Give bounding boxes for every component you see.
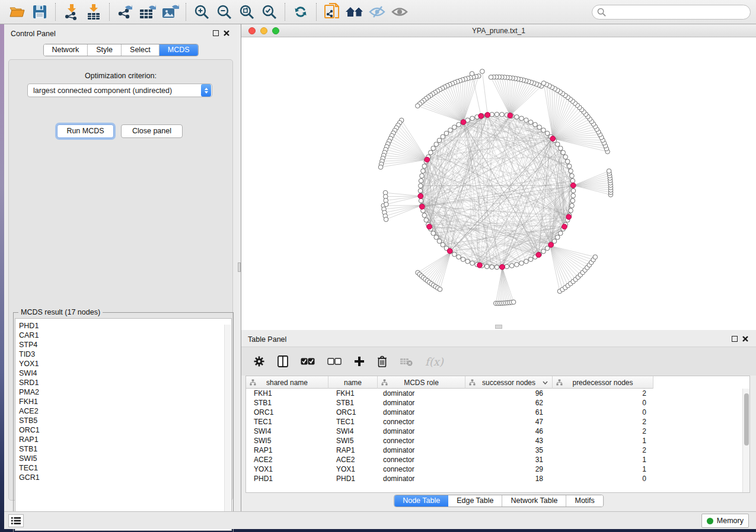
table-row[interactable]: RAP1RAP1dominator352 — [246, 446, 742, 455]
tab-network[interactable]: Network — [43, 44, 88, 56]
hide-selected-button[interactable] — [366, 2, 388, 22]
cell: SWI4 — [246, 427, 328, 436]
network-canvas[interactable] — [241, 37, 755, 330]
cell: 0 — [553, 474, 653, 483]
mcds-node-item[interactable]: STB5 — [19, 416, 231, 425]
toolbar-separator — [55, 3, 56, 21]
mcds-node-item[interactable]: TID3 — [19, 350, 231, 359]
table-row[interactable]: FKH1FKH1dominator962 — [246, 389, 742, 398]
table-panel-title: Table Panel — [248, 335, 286, 344]
open-file-button[interactable] — [6, 2, 28, 22]
tab-mcds[interactable]: MCDS — [160, 44, 198, 56]
optimization-criterion-select[interactable]: largest connected component (undirected) — [27, 84, 212, 97]
export-table-button[interactable] — [136, 2, 159, 22]
zoom-out-button[interactable] — [213, 2, 235, 22]
save-session-button[interactable] — [28, 2, 51, 22]
search-box[interactable] — [592, 5, 751, 20]
delete-column-button[interactable] — [377, 355, 387, 367]
mcds-node-item[interactable]: YOX1 — [19, 359, 231, 368]
column-header-name[interactable]: name — [328, 376, 378, 389]
mcds-node-item[interactable]: STB1 — [19, 444, 231, 454]
mcds-list-scrollbar[interactable] — [224, 325, 231, 528]
mcds-node-item[interactable]: ACE2 — [19, 406, 231, 416]
table-scrollbar[interactable] — [742, 389, 749, 492]
search-input[interactable] — [609, 8, 739, 17]
mcds-node-item[interactable]: PMA2 — [19, 387, 231, 397]
network-view[interactable] — [241, 37, 756, 330]
table-row[interactable]: PHD1PHD1dominator180 — [246, 474, 742, 483]
import-network-button[interactable] — [60, 2, 82, 22]
table-row[interactable]: ACE2ACE2connector311 — [246, 455, 742, 464]
close-panel-button[interactable]: Close panel — [121, 124, 183, 138]
mcds-node-item[interactable]: SWI5 — [19, 454, 231, 463]
mcds-result-list[interactable]: PHD1CAR1STP4TID3YOX1SWI4SRD1PMA2FKH1ACE2… — [15, 318, 232, 531]
table-row[interactable]: SWI4SWI4dominator462 — [246, 427, 742, 436]
table-panel-header: Table Panel — [241, 330, 756, 347]
table-row[interactable]: YOX1YOX1connector291 — [246, 464, 742, 474]
refresh-layout-button[interactable] — [289, 2, 312, 22]
import-table-button[interactable] — [82, 2, 105, 22]
export-image-button[interactable] — [159, 2, 181, 22]
toolbar-separator — [186, 3, 186, 21]
column-type-icon — [469, 379, 476, 386]
deselect-all-button[interactable] — [327, 357, 342, 366]
cell: ORC1 — [328, 408, 378, 417]
mcds-node-item[interactable]: TEC1 — [19, 463, 231, 473]
mcds-node-item[interactable]: FKH1 — [19, 397, 231, 406]
scrollbar-thumb[interactable] — [744, 393, 749, 446]
mcds-node-item[interactable]: SRD1 — [19, 378, 231, 387]
export-network-button[interactable] — [114, 2, 136, 22]
close-panel-icon[interactable] — [742, 335, 749, 342]
duplicate-network-button[interactable] — [321, 2, 343, 22]
vertical-splitter[interactable] — [237, 24, 241, 511]
show-panels-button[interactable] — [8, 514, 24, 527]
run-mcds-button[interactable]: Run MCDS — [57, 124, 114, 138]
first-neighbors-button[interactable] — [343, 2, 366, 22]
tab-select[interactable]: Select — [122, 44, 160, 56]
float-panel-icon[interactable] — [213, 30, 219, 36]
tab-motifs[interactable]: Motifs — [566, 495, 602, 507]
cell: 62 — [465, 398, 553, 408]
show-all-button[interactable] — [388, 2, 411, 22]
column-header-successor-nodes[interactable]: successor nodes — [465, 376, 553, 389]
network-resize-handle[interactable] — [495, 325, 502, 329]
mcds-node-item[interactable]: GCR1 — [19, 473, 231, 482]
tab-network-table[interactable]: Network Table — [503, 495, 567, 507]
mcds-result-title: MCDS result (17 nodes) — [18, 308, 103, 316]
cell: dominator — [378, 446, 465, 455]
duplicate-network-icon — [324, 3, 340, 21]
column-type-icon — [250, 379, 256, 386]
memory-button[interactable]: Memory — [701, 514, 749, 528]
zoom-fit-button[interactable] — [235, 2, 258, 22]
mcds-node-item[interactable]: STP4 — [19, 340, 231, 350]
mcds-node-item[interactable]: ORC1 — [19, 425, 231, 435]
table-settings-button[interactable] — [253, 355, 265, 367]
mcds-node-item[interactable]: SWI4 — [19, 368, 231, 378]
zoom-selected-button[interactable] — [258, 2, 280, 22]
add-column-button[interactable] — [354, 356, 365, 367]
mcds-node-item[interactable]: PHD1 — [19, 321, 231, 331]
mcds-node-item[interactable]: RAP1 — [19, 435, 231, 444]
select-all-button[interactable] — [301, 357, 315, 366]
table-row[interactable]: STB1STB1dominator620 — [246, 398, 742, 408]
cell: connector — [378, 464, 465, 474]
tab-edge-table[interactable]: Edge Table — [448, 495, 502, 507]
table-row[interactable]: SWI5SWI5connector431 — [246, 436, 742, 446]
table-row[interactable]: ORC1ORC1dominator610 — [246, 408, 742, 417]
cell: 2 — [553, 446, 653, 455]
export-image-icon — [161, 4, 179, 20]
cell: RAP1 — [328, 446, 378, 455]
column-layout-button[interactable] — [277, 355, 288, 367]
cell: FKH1 — [246, 389, 328, 398]
column-header-shared-name[interactable]: shared name — [246, 376, 328, 389]
close-panel-icon[interactable] — [223, 30, 230, 37]
tab-node-table[interactable]: Node Table — [394, 495, 448, 507]
column-header-mcds-role[interactable]: MCDS role — [378, 376, 465, 389]
mcds-node-item[interactable]: CAR1 — [19, 331, 231, 340]
float-panel-icon[interactable] — [732, 336, 738, 342]
tab-style[interactable]: Style — [88, 44, 122, 56]
splitter-handle[interactable] — [238, 262, 241, 272]
table-row[interactable]: TEC1TEC1connector472 — [246, 417, 742, 427]
zoom-in-button[interactable] — [190, 2, 213, 22]
column-header-predecessor-nodes[interactable]: predecessor nodes — [553, 376, 653, 389]
